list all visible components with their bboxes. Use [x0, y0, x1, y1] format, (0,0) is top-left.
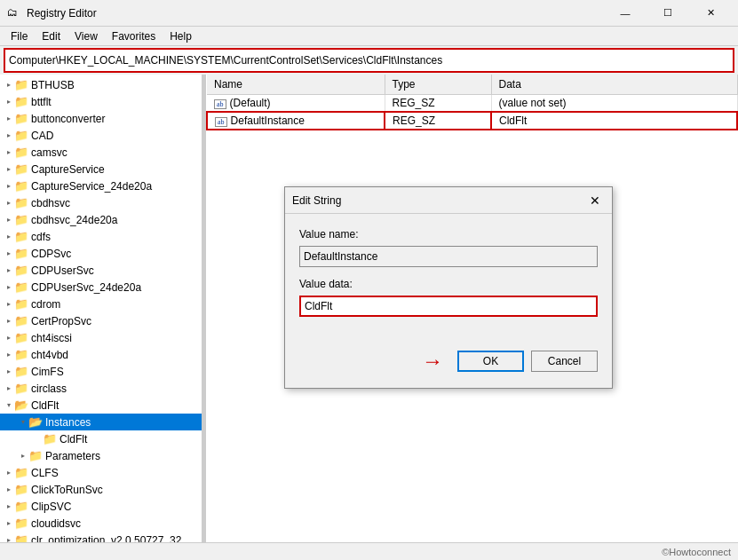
tree-item[interactable]: ▸📁CertPropSvc	[0, 312, 202, 329]
ok-button[interactable]: OK	[457, 351, 524, 372]
value-data-label: Value data:	[299, 278, 598, 290]
tree-arrow-icon: ▸	[4, 80, 14, 91]
app-icon: 🗂	[7, 6, 21, 20]
tree-item-label: ClickToRunSvc	[31, 484, 103, 496]
tree-arrow-icon: ▸	[4, 367, 14, 377]
dialog-footer: → OK Cancel	[285, 342, 612, 388]
arrow-icon: →	[422, 349, 443, 374]
tree-arrow-icon: ▾	[4, 400, 14, 411]
edit-string-dialog: Edit String ✕ Value name: Value data: → …	[284, 186, 613, 389]
registry-table: Name Type Data ab(Default)REG_SZ(value n…	[206, 75, 738, 130]
tree-item[interactable]: ▸📁clr_optimization_v2.0.50727_32	[0, 532, 202, 542]
menu-bar: FileEditViewFavoritesHelp	[0, 27, 738, 46]
tree-arrow-icon: ▸	[4, 383, 14, 394]
table-cell-type: REG_SZ	[385, 112, 491, 130]
tree-item-label: cdrom	[31, 298, 60, 311]
tree-item[interactable]: ▸📁Parameters	[0, 447, 202, 464]
tree-item[interactable]: ▸📁cbdhsvc_24de20a	[0, 211, 202, 228]
tree-item[interactable]: ▸📁CDPUserSvc_24de20a	[0, 279, 202, 296]
ab-icon: ab	[215, 117, 227, 127]
table-row[interactable]: ab(Default)REG_SZ(value not set)	[207, 94, 737, 112]
tree-item-label: circlass	[31, 383, 67, 395]
tree-item[interactable]: ▸📁CAD	[0, 127, 202, 144]
table-cell-name: abDefaultInstance	[207, 112, 385, 130]
tree-item[interactable]: ▸📁CDPSvc	[0, 245, 202, 262]
cancel-button[interactable]: Cancel	[531, 351, 598, 372]
close-button[interactable]: ✕	[690, 0, 731, 27]
tree-item-label: Parameters	[45, 450, 100, 462]
tree-item-label: CDPSvc	[31, 248, 71, 260]
menu-item-help[interactable]: Help	[163, 28, 199, 44]
address-bar-path: Computer\HKEY_LOCAL_MACHINE\SYSTEM\Curre…	[9, 54, 442, 67]
title-bar-left: 🗂 Registry Editor	[7, 6, 97, 20]
folder-icon: 📁	[14, 196, 28, 209]
tree-panel[interactable]: ▸📁BTHUSB▸📁bttflt▸📁buttonconverter▸📁CAD▸📁…	[0, 75, 202, 542]
menu-item-favorites[interactable]: Favorites	[105, 28, 163, 44]
folder-icon: 📁	[14, 466, 28, 479]
tree-item-label: clr_optimization_v2.0.50727_32	[31, 534, 181, 543]
tree-arrow-icon: ▸	[4, 518, 14, 529]
folder-icon: 📂	[14, 398, 28, 412]
tree-arrow-icon: ▸	[4, 248, 14, 259]
col-header-type: Type	[385, 75, 491, 94]
tree-item-label: CldFlt	[31, 399, 59, 412]
tree-item[interactable]: ▸📁cht4iscsi	[0, 329, 202, 346]
tree-item[interactable]: ▾📂CldFlt	[0, 397, 202, 414]
tree-item[interactable]: ▸📁CimFS	[0, 363, 202, 380]
watermark: ©Howtoconnect	[662, 547, 731, 557]
dialog-body: Value name: Value data:	[285, 214, 612, 342]
tree-item[interactable]: ▸📁CaptureService	[0, 161, 202, 177]
folder-icon: 📁	[14, 264, 28, 277]
folder-icon: 📁	[14, 129, 28, 142]
value-data-input[interactable]	[299, 296, 598, 317]
tree-item[interactable]: ▸📁cbdhsvc	[0, 194, 202, 211]
tree-item-label: buttonconverter	[31, 113, 105, 125]
tree-arrow-icon: ▸	[4, 198, 14, 209]
tree-item[interactable]: ▸📁circlass	[0, 380, 202, 397]
tree-item[interactable]: ▸📁ClipSVC	[0, 498, 202, 515]
tree-item[interactable]: ▸📁BTHUSB	[0, 76, 202, 93]
tree-item-label: cht4vbd	[31, 349, 68, 361]
tree-item[interactable]: ▸📁cdfs	[0, 228, 202, 245]
folder-icon: 📁	[14, 483, 28, 496]
tree-item-label: ClipSVC	[31, 501, 71, 513]
ab-icon: ab	[214, 99, 226, 109]
menu-item-view[interactable]: View	[67, 28, 105, 44]
maximize-button[interactable]: ☐	[647, 0, 688, 27]
folder-icon: 📁	[14, 146, 28, 159]
dialog-title: Edit String	[292, 194, 341, 207]
tree-item[interactable]: ▸📁bttflt	[0, 93, 202, 110]
tree-item-label: CldFlt	[60, 433, 87, 446]
tree-item[interactable]: ▸📁CLFS	[0, 464, 202, 481]
tree-item[interactable]: 📁CldFlt	[0, 430, 202, 447]
tree-arrow-icon: ▸	[18, 451, 28, 461]
table-row[interactable]: abDefaultInstanceREG_SZCldFlt	[207, 112, 737, 130]
tree-arrow-icon: ▸	[4, 535, 14, 543]
value-name-input[interactable]	[299, 246, 598, 267]
folder-icon: 📁	[14, 517, 28, 530]
tree-item[interactable]: ▸📁camsvc	[0, 144, 202, 161]
folder-icon: 📁	[14, 179, 28, 193]
tree-item[interactable]: ▸📁CaptureService_24de20a	[0, 177, 202, 194]
title-bar-controls: — ☐ ✕	[605, 0, 731, 27]
tree-item[interactable]: ▸📁buttonconverter	[0, 110, 202, 127]
menu-item-file[interactable]: File	[4, 28, 35, 44]
tree-item-label: CDPUserSvc	[31, 264, 94, 277]
tree-item[interactable]: ▸📁ClickToRunSvc	[0, 481, 202, 498]
menu-item-edit[interactable]: Edit	[35, 28, 67, 44]
minimize-button[interactable]: —	[605, 0, 646, 27]
tree-arrow-icon: ▸	[4, 97, 14, 107]
tree-item[interactable]: ▸📁CDPUserSvc	[0, 262, 202, 279]
tree-item-label: cbdhsvc_24de20a	[31, 214, 117, 226]
dialog-close-button[interactable]: ✕	[585, 191, 605, 210]
folder-icon: 📁	[14, 280, 28, 294]
folder-icon: 📁	[14, 348, 28, 361]
tree-item[interactable]: ▸📁cht4vbd	[0, 346, 202, 363]
tree-item[interactable]: ▾📂Instances	[0, 414, 202, 430]
col-header-data: Data	[491, 75, 737, 94]
tree-item-label: BTHUSB	[31, 79, 75, 91]
app-title: Registry Editor	[27, 7, 97, 20]
tree-item[interactable]: ▸📁cdrom	[0, 296, 202, 312]
table-cell-name: ab(Default)	[207, 94, 385, 112]
tree-item[interactable]: ▸📁cloudidsvc	[0, 515, 202, 532]
